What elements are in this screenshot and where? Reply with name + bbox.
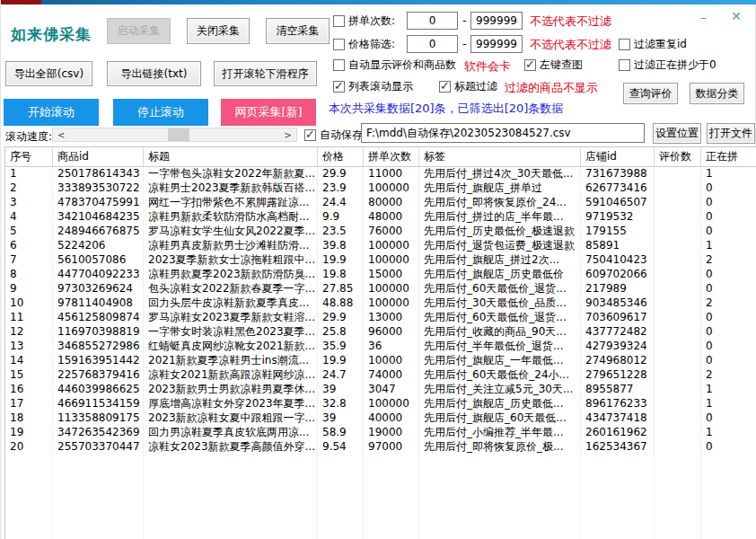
table-cell: 先用后付_收藏的商品_90天... xyxy=(419,325,581,340)
table-row[interactable]: 141591639514422021新款夏季凉鞋男士ins潮流...19.910… xyxy=(5,354,756,368)
table-cell: 342104684235 xyxy=(53,210,144,225)
checkbox-box[interactable] xyxy=(333,39,345,50)
window-titlebar xyxy=(1,0,756,4)
checkbox-box[interactable] xyxy=(619,59,630,71)
start-scroll-button[interactable]: 开始滚动 xyxy=(4,99,99,126)
column-header[interactable]: 拼单次数 xyxy=(364,147,419,166)
checkbox-box[interactable] xyxy=(333,81,345,93)
table-row[interactable]: 8447704092233凉鞋男款夏季2023新款防滑防臭...19.81500… xyxy=(5,268,756,282)
empty-cell xyxy=(701,455,756,539)
table-cell: 19 xyxy=(5,426,53,440)
table-cell: 11000 xyxy=(364,167,419,181)
checkbox-box[interactable] xyxy=(524,59,536,71)
price-max-input[interactable]: 999999 xyxy=(470,35,523,53)
scroll-speed-slider[interactable]: < > xyxy=(52,128,297,142)
minimize-icon[interactable]: – xyxy=(700,11,707,23)
clear-collect-button[interactable]: 清空采集 xyxy=(266,18,330,44)
list-scroll-display-checkbox[interactable]: 列表滚动显示 xyxy=(333,79,413,93)
slider-left-arrow-icon[interactable]: < xyxy=(57,129,65,141)
table-cell: 先用后付_旗舰店_一年最低... xyxy=(419,354,581,368)
table-row[interactable]: 19347263542369回力男凉鞋夏季真皮软底两用凉...58.919000… xyxy=(5,426,756,440)
table-row[interactable]: 2333893530722凉鞋男士2023夏季新款韩版百搭...23.91000… xyxy=(5,181,756,196)
close-icon[interactable]: ✕ xyxy=(731,10,742,22)
table-row[interactable]: 756100570862023夏季新款女士凉拖鞋粗跟中...19.9100000… xyxy=(5,253,756,268)
table-cell: 凉鞋男新款柔软防滑防水高档耐... xyxy=(144,210,318,225)
slider-right-arrow-icon[interactable]: > xyxy=(285,129,292,141)
table-row[interactable]: 3478370475991网红一字扣带紫色不累脚露趾凉...24.480000先… xyxy=(5,196,756,210)
table-cell: 回力头层牛皮凉鞋新款夏季真皮... xyxy=(144,296,318,311)
table-cell: 100000 xyxy=(364,296,419,311)
table-cell xyxy=(655,181,701,196)
table-cell: 2 xyxy=(701,296,756,311)
table-row[interactable]: 65224206凉鞋男真皮新款男士沙滩鞋防滑...39.8100000先用后付_… xyxy=(5,239,756,253)
export-links-txt-button[interactable]: 导出链接(txt) xyxy=(107,61,201,86)
table-cell: 113358809175 xyxy=(53,411,144,426)
pin-count-min-input[interactable]: 0 xyxy=(407,12,458,30)
table-row[interactable]: 11456125809874罗马凉鞋女2023夏季新款女鞋溶...29.9130… xyxy=(5,311,756,325)
open-wheel-scroller-button[interactable]: 打开滚轮下滑程序 xyxy=(214,61,317,86)
column-header[interactable]: 标签 xyxy=(419,147,581,166)
empty-cell xyxy=(581,455,655,539)
checkbox-box[interactable] xyxy=(619,39,630,50)
table-cell xyxy=(655,383,701,397)
slider-thumb[interactable] xyxy=(168,128,189,141)
checkbox-box[interactable] xyxy=(439,81,451,93)
checkbox-box[interactable] xyxy=(333,15,345,27)
table-cell xyxy=(655,440,701,455)
auto-show-rating-checkbox[interactable]: 自动显示评价和商品数 xyxy=(333,57,456,72)
table-row[interactable]: 1250178614343一字带包头凉鞋女2022年新款夏...29.91100… xyxy=(5,167,756,181)
pin-count-max-input[interactable]: 999999 xyxy=(470,12,523,30)
table-cell: 10 xyxy=(5,296,53,311)
left-click-view-image-checkbox[interactable]: 左键查图 xyxy=(524,57,583,72)
empty-cell xyxy=(655,455,701,539)
column-header[interactable]: 标题 xyxy=(144,147,318,166)
column-header[interactable]: 商品id xyxy=(53,147,144,166)
empty-cell xyxy=(419,455,581,539)
table-cell: 先用后付_60天最低价_退货... xyxy=(419,282,581,296)
autosave-checkbox[interactable]: 自动保存 xyxy=(304,128,363,142)
table-cell: 25.8 xyxy=(318,325,364,340)
price-min-input[interactable]: 0 xyxy=(407,35,458,53)
query-rating-button[interactable]: 查询评价 xyxy=(623,83,678,104)
table-cell: 0 xyxy=(701,282,756,296)
table-cell: 274968012 xyxy=(581,354,655,368)
stop-scroll-button[interactable]: 停止滚动 xyxy=(113,99,208,126)
column-header[interactable]: 正在拼 xyxy=(701,147,756,166)
table-cell: 0 xyxy=(701,196,756,210)
pin-count-filter-checkbox[interactable]: 拼单次数: xyxy=(333,13,395,28)
table-row[interactable]: 181133588091752023新款凉鞋女夏中跟粗跟一字...3940000… xyxy=(5,411,756,426)
title-filter-checkbox[interactable]: 标题过滤 xyxy=(439,79,497,93)
table-row[interactable]: 15225768379416凉鞋女2021新款高跟凉鞋网纱凉...24.7740… xyxy=(5,368,756,383)
web-collect-new-button[interactable]: 网页采集[新] xyxy=(221,99,316,126)
table-cell xyxy=(655,282,701,296)
autosave-path-input[interactable]: F:\mdd\自动保存\20230523084527.csv xyxy=(361,123,645,143)
table-cell: 58.9 xyxy=(318,426,364,440)
export-all-csv-button[interactable]: 导出全部(csv) xyxy=(5,61,92,86)
filter-min-zero-checkbox[interactable]: 过滤正在拼少于0 xyxy=(619,57,716,72)
table-row[interactable]: 1097811404908回力头层牛皮凉鞋新款夏季真皮...48.8810000… xyxy=(5,296,756,311)
open-file-button[interactable]: 打开文件 xyxy=(707,123,755,144)
column-header[interactable]: 评价数 xyxy=(655,147,701,166)
column-header[interactable]: 店铺id xyxy=(581,147,655,166)
table-row[interactable]: 17466911534159厚底增高凉鞋女外穿2023年夏季...32.8100… xyxy=(5,397,756,411)
table-cell: 凉鞋女2021新款高跟凉鞋网纱凉... xyxy=(144,368,318,383)
table-cell: 0 xyxy=(701,325,756,340)
table-cell: 一字带包头凉鞋女2022年新款夏... xyxy=(144,167,318,181)
column-header[interactable]: 价格 xyxy=(318,147,364,166)
table-row[interactable]: 13346855272986红蜻蜓真皮网纱凉靴女2021新款...35.936先… xyxy=(5,340,756,354)
table-row[interactable]: 5248946676875罗马凉鞋女学生仙女风2022夏季...23.57600… xyxy=(5,225,756,239)
set-position-button[interactable]: 设置位置 xyxy=(653,123,701,144)
table-row[interactable]: 164460399866252023新款男士男款凉鞋男夏季休...393047先… xyxy=(5,383,756,397)
left-click-view-image-label: 左键查图 xyxy=(540,57,583,73)
table-row[interactable]: 997303269624包头凉鞋女2022新款春夏季一字...27.851000… xyxy=(5,282,756,296)
checkbox-box[interactable] xyxy=(304,129,316,141)
table-row[interactable]: 12116970398819一字带女时装凉鞋黑色2023夏季...25.8960… xyxy=(5,325,756,340)
column-header[interactable]: 序号 xyxy=(5,147,53,166)
close-collect-button[interactable]: 关闭采集 xyxy=(187,18,250,44)
filter-duplicate-id-checkbox[interactable]: 过滤重复id xyxy=(619,37,687,51)
table-row[interactable]: 4342104684235凉鞋男新款柔软防滑防水高档耐...9.948000先用… xyxy=(5,210,756,225)
table-row[interactable]: 20255703370447凉鞋女2023新款夏季高颜值外穿...9.54970… xyxy=(5,440,756,455)
data-classify-button[interactable]: 数据分类 xyxy=(690,83,744,104)
price-filter-checkbox[interactable]: 价格筛选: xyxy=(333,37,395,51)
checkbox-box[interactable] xyxy=(333,59,345,71)
